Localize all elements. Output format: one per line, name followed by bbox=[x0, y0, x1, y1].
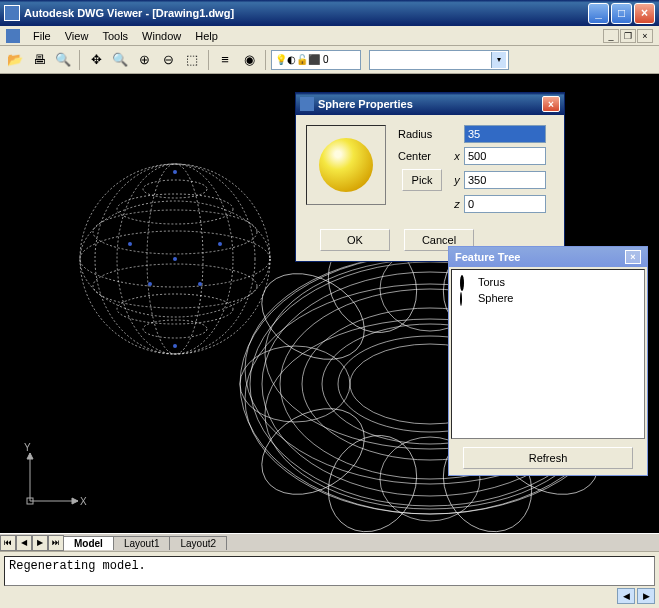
layer-state-dropdown[interactable]: 💡◐🔓⬛ 0 bbox=[271, 50, 361, 70]
svg-point-18 bbox=[173, 257, 177, 261]
tab-model[interactable]: Model bbox=[63, 536, 114, 550]
center-z-input[interactable] bbox=[464, 195, 546, 213]
sphere-preview-icon bbox=[319, 138, 373, 192]
svg-point-14 bbox=[128, 242, 132, 246]
x-label: x bbox=[450, 150, 464, 162]
feature-tree-item-torus[interactable]: Torus bbox=[456, 274, 640, 290]
svg-point-12 bbox=[173, 170, 177, 174]
ok-button[interactable]: OK bbox=[320, 229, 390, 251]
svg-point-7 bbox=[143, 180, 207, 198]
tab-next-button[interactable]: ▶ bbox=[32, 535, 48, 551]
menu-file[interactable]: File bbox=[26, 28, 58, 44]
menu-window[interactable]: Window bbox=[135, 28, 188, 44]
dialog-close-button[interactable]: × bbox=[542, 96, 560, 112]
tab-last-button[interactable]: ⏭ bbox=[48, 535, 64, 551]
layer-name: 0 bbox=[323, 54, 329, 65]
mdi-minimize-button[interactable]: _ bbox=[603, 29, 619, 43]
y-label: y bbox=[450, 174, 464, 186]
feature-tree-list: Torus Sphere bbox=[451, 269, 645, 439]
center-label: Center bbox=[398, 150, 450, 162]
title-bar: Autodesk DWG Viewer - [Drawing1.dwg] _ □… bbox=[0, 0, 659, 26]
minimize-button[interactable]: _ bbox=[588, 3, 609, 24]
center-x-input[interactable] bbox=[464, 147, 546, 165]
svg-point-16 bbox=[148, 282, 152, 286]
app-icon bbox=[4, 5, 20, 21]
svg-text:Y: Y bbox=[24, 443, 31, 453]
menu-tools[interactable]: Tools bbox=[95, 28, 135, 44]
zoom-icon[interactable]: 🔍 bbox=[109, 49, 131, 71]
plot-icon[interactable]: ◉ bbox=[238, 49, 260, 71]
sphere-preview bbox=[306, 125, 386, 205]
svg-marker-44 bbox=[72, 498, 78, 504]
radius-label: Radius bbox=[398, 128, 450, 140]
scroll-left-button[interactable]: ◀ bbox=[617, 588, 635, 604]
zoom-out-icon[interactable]: ⊖ bbox=[157, 49, 179, 71]
svg-point-35 bbox=[311, 419, 434, 544]
tab-layout1[interactable]: Layout1 bbox=[113, 536, 171, 550]
window-title: Autodesk DWG Viewer - [Drawing1.dwg] bbox=[24, 7, 588, 19]
z-label: z bbox=[450, 198, 464, 210]
document-icon bbox=[6, 29, 20, 43]
menu-bar: File View Tools Window Help _ ❐ × bbox=[0, 26, 659, 46]
feature-tree-panel: Feature Tree × Torus Sphere Refresh bbox=[448, 246, 648, 476]
dialog-icon bbox=[300, 97, 314, 111]
separator bbox=[265, 50, 266, 70]
feature-tree-close-button[interactable]: × bbox=[625, 250, 641, 264]
open-icon[interactable]: 📂 bbox=[4, 49, 26, 71]
tab-prev-button[interactable]: ◀ bbox=[16, 535, 32, 551]
sphere-icon bbox=[460, 292, 462, 306]
zoom-window-icon[interactable]: ⬚ bbox=[181, 49, 203, 71]
refresh-button[interactable]: Refresh bbox=[463, 447, 633, 469]
separator bbox=[208, 50, 209, 70]
preview-icon[interactable]: 🔍 bbox=[52, 49, 74, 71]
layers-icon[interactable]: ≡ bbox=[214, 49, 236, 71]
sphere-properties-dialog: Sphere Properties × Radius Center x bbox=[295, 92, 565, 262]
svg-point-13 bbox=[173, 344, 177, 348]
command-text[interactable]: Regenerating model. bbox=[4, 556, 655, 586]
separator bbox=[79, 50, 80, 70]
svg-text:X: X bbox=[80, 496, 87, 507]
menu-help[interactable]: Help bbox=[188, 28, 225, 44]
layer-dropdown[interactable]: ▾ bbox=[369, 50, 509, 70]
scroll-right-button[interactable]: ▶ bbox=[637, 588, 655, 604]
chevron-down-icon: ▾ bbox=[491, 52, 506, 68]
toolbar: 📂 🖶 🔍 ✥ 🔍 ⊕ ⊖ ⬚ ≡ ◉ 💡◐🔓⬛ 0 ▾ bbox=[0, 46, 659, 74]
feature-tree-item-sphere[interactable]: Sphere bbox=[456, 290, 640, 306]
feature-tree-title: Feature Tree bbox=[455, 251, 520, 263]
pick-button[interactable]: Pick bbox=[402, 169, 442, 191]
command-bar: Regenerating model. ◀ ▶ bbox=[0, 551, 659, 607]
maximize-button[interactable]: □ bbox=[611, 3, 632, 24]
ucs-axis: X Y bbox=[18, 443, 88, 515]
zoom-in-icon[interactable]: ⊕ bbox=[133, 49, 155, 71]
tab-first-button[interactable]: ⏮ bbox=[0, 535, 16, 551]
print-icon[interactable]: 🖶 bbox=[28, 49, 50, 71]
radius-input[interactable] bbox=[464, 125, 546, 143]
dialog-title: Sphere Properties bbox=[318, 98, 542, 110]
torus-icon bbox=[460, 275, 464, 291]
svg-marker-46 bbox=[27, 453, 33, 459]
mdi-restore-button[interactable]: ❐ bbox=[620, 29, 636, 43]
menu-view[interactable]: View bbox=[58, 28, 96, 44]
mdi-close-button[interactable]: × bbox=[637, 29, 653, 43]
close-button[interactable]: × bbox=[634, 3, 655, 24]
center-y-input[interactable] bbox=[464, 171, 546, 189]
viewport[interactable]: X Y Sphere Properties × Radius Center x bbox=[0, 74, 659, 533]
pan-icon[interactable]: ✥ bbox=[85, 49, 107, 71]
